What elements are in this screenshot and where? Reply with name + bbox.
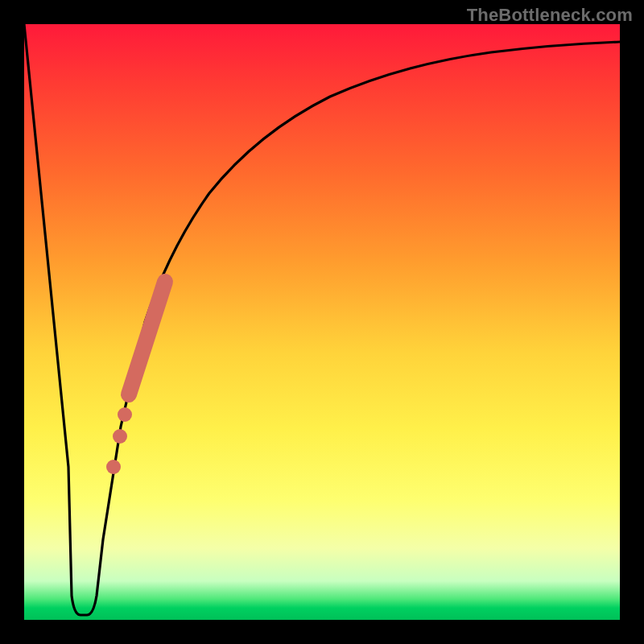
highlight-dot [106, 460, 121, 474]
highlight-dot [118, 407, 132, 422]
curve-svg [24, 24, 620, 620]
watermark-text: TheBottleneck.com [467, 5, 633, 26]
bottleneck-curve [24, 24, 620, 615]
chart-frame: TheBottleneck.com [0, 0, 644, 644]
plot-area [24, 24, 620, 620]
highlight-segment [129, 282, 165, 394]
highlight-dot [113, 429, 127, 444]
